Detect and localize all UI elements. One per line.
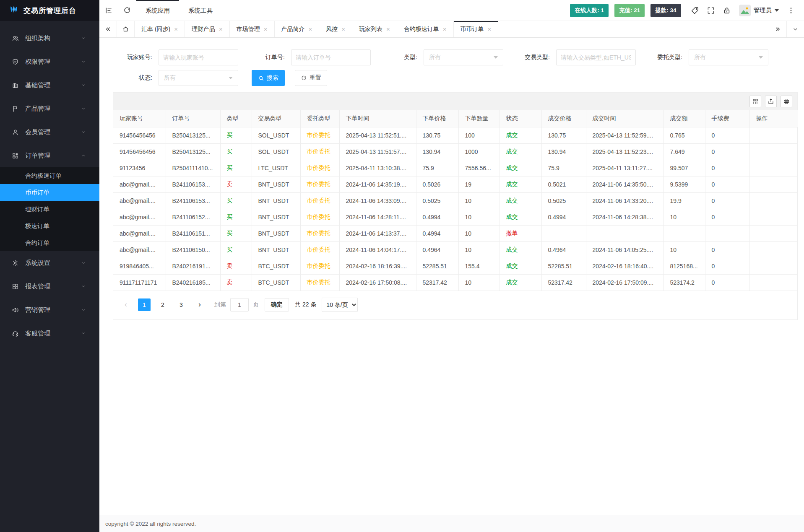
sidebar-subitem[interactable]: 合约极速订单	[0, 167, 99, 184]
page-button[interactable]: 2	[156, 298, 169, 311]
sidebar-item[interactable]: 会员管理	[0, 120, 99, 144]
tab-item[interactable]: 汇率 (同步)×	[135, 21, 185, 37]
tag-button[interactable]	[687, 0, 703, 21]
table-cell: 0	[705, 209, 749, 225]
collapse-sidebar-button[interactable]	[99, 0, 118, 21]
table-cell: 0	[705, 241, 749, 258]
close-icon[interactable]: ×	[264, 26, 268, 33]
tab-label: 合约极速订单	[404, 26, 439, 33]
table-cell	[663, 225, 705, 241]
filter-trade-type: 交易类型:	[503, 49, 636, 65]
jump-page-input[interactable]	[230, 298, 249, 311]
table-cell: 2024-11-06 14:04:17....	[339, 241, 416, 258]
sidebar-subitem[interactable]: 合约订单	[0, 234, 99, 251]
table-cell: 0.4964	[416, 241, 458, 258]
tab-item[interactable]: 合约极速订单×	[397, 21, 454, 37]
main-column: 系统应用系统工具 在线人数: 1充值: 21提款: 34	[99, 0, 804, 532]
sidebar-item[interactable]: 营销管理	[0, 298, 99, 322]
columns-filter-button[interactable]	[749, 96, 761, 107]
sidebar-subitem[interactable]: 币币订单	[0, 184, 99, 201]
prev-page-button[interactable]: ‹	[120, 298, 132, 311]
column-header: 成交时间	[586, 110, 663, 127]
tab-item[interactable]: 玩家列表×	[352, 21, 397, 37]
sidebar-subitem[interactable]: 极速订单	[0, 218, 99, 234]
entrust-type-select[interactable]: 所有	[689, 49, 768, 65]
recharge-count-badge[interactable]: 充值: 21	[614, 4, 645, 17]
more-actions-button[interactable]	[783, 0, 799, 21]
tab-item[interactable]: 风控×	[319, 21, 352, 37]
withdraw-count-badge[interactable]: 提款: 34	[650, 4, 681, 17]
table-cell: 91456456456	[113, 143, 166, 160]
sidebar-item-label: 订单管理	[25, 152, 50, 160]
sidebar-item[interactable]: 客服管理	[0, 322, 99, 345]
page-button[interactable]: 1	[138, 298, 151, 311]
page-size-select[interactable]: 10 条/页	[322, 298, 358, 312]
player-account-input[interactable]	[159, 49, 238, 65]
sidebar-item[interactable]: 组织架构	[0, 26, 99, 50]
export-button[interactable]	[765, 96, 777, 107]
sidebar-item[interactable]: 基础管理	[0, 73, 99, 97]
tab-item[interactable]: 币币订单×	[454, 21, 499, 37]
table-cell: 10	[458, 192, 500, 209]
fullscreen-button[interactable]	[703, 0, 719, 21]
scroll-tabs-left-button[interactable]	[99, 21, 117, 37]
table-cell: 成交	[500, 241, 541, 258]
table-cell: 2024-11-06 14:35:19....	[339, 176, 416, 192]
next-page-button[interactable]: ›	[193, 298, 206, 311]
close-icon[interactable]: ×	[386, 26, 390, 33]
topbar-right: 在线人数: 1充值: 21提款: 34	[570, 0, 804, 21]
table-cell: 10	[458, 274, 500, 291]
table-cell: B241106152...	[166, 209, 220, 225]
reset-button[interactable]: 重置	[295, 70, 327, 86]
sidebar-item[interactable]: 订单管理	[0, 144, 99, 167]
page-button[interactable]: 3	[175, 298, 187, 311]
close-icon[interactable]: ×	[174, 26, 178, 33]
topbar-badges: 在线人数: 1充值: 21提款: 34	[570, 4, 687, 17]
select-arrow-icon	[759, 56, 763, 59]
print-button[interactable]	[781, 96, 792, 107]
status-select[interactable]: 所有	[159, 70, 238, 86]
online-count-badge[interactable]: 在线人数: 1	[570, 4, 609, 17]
close-icon[interactable]: ×	[488, 26, 492, 33]
lock-screen-button[interactable]	[719, 0, 735, 21]
sidebar-item[interactable]: 产品管理	[0, 97, 99, 120]
scroll-tabs-right-button[interactable]	[769, 21, 786, 37]
close-icon[interactable]: ×	[341, 26, 345, 33]
table-cell: 130.94	[416, 143, 458, 160]
table-cell: 买	[220, 209, 252, 225]
order-no-input[interactable]	[291, 49, 371, 65]
tab-item[interactable]: 产品简介×	[275, 21, 320, 37]
sidebar-item[interactable]: 报表管理	[0, 275, 99, 298]
table-cell: 2024-11-06 14:05:25....	[586, 241, 663, 258]
user-menu[interactable]: 管理员	[735, 5, 783, 16]
table-body: 91456456456B250413125...买SOL_USDT市价委托202…	[113, 127, 798, 291]
type-select[interactable]: 所有	[424, 49, 503, 65]
reset-button-label: 重置	[310, 74, 321, 82]
sidebar-item[interactable]: 权限管理	[0, 50, 99, 73]
tab-label: 币币订单	[461, 26, 484, 33]
trade-type-input[interactable]	[556, 49, 636, 65]
table-cell: 52317.42	[416, 274, 458, 291]
search-button[interactable]: 搜索	[252, 70, 285, 86]
confirm-page-button[interactable]: 确定	[265, 298, 289, 311]
table-cell: 成交	[500, 274, 541, 291]
topnav-item[interactable]: 系统应用	[136, 0, 179, 21]
close-icon[interactable]: ×	[443, 26, 447, 33]
gear-icon	[12, 260, 19, 267]
app-logo: 交易所管理后台	[0, 0, 99, 21]
table-cell	[749, 127, 798, 143]
refresh-button[interactable]	[118, 0, 136, 21]
tab-item[interactable]: 市场管理×	[230, 21, 275, 37]
home-tab-button[interactable]	[117, 21, 135, 37]
service-icon	[12, 330, 19, 337]
topnav-item[interactable]: 系统工具	[179, 0, 222, 21]
table-cell: B250413125...	[166, 143, 220, 160]
sidebar-subitem[interactable]: 理财订单	[0, 201, 99, 218]
tabs-menu-button[interactable]	[786, 21, 804, 37]
close-icon[interactable]: ×	[219, 26, 223, 33]
sidebar-item[interactable]: 系统设置	[0, 251, 99, 275]
tab-item[interactable]: 理财产品×	[185, 21, 230, 37]
player-account-label: 玩家账号:	[106, 54, 159, 61]
close-icon[interactable]: ×	[309, 26, 312, 33]
entrust-type-label: 委托类型:	[636, 54, 689, 61]
